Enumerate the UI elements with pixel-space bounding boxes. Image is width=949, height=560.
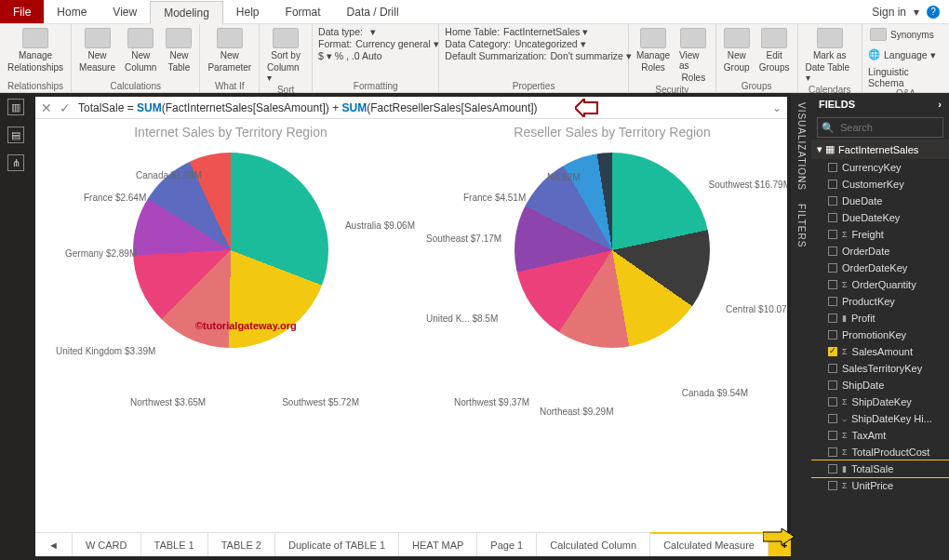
hierarchy-icon: ⌵ — [842, 414, 847, 423]
tab-file[interactable]: File — [0, 0, 44, 23]
help-icon[interactable]: ? — [927, 6, 940, 19]
checkbox-icon[interactable] — [828, 180, 837, 189]
checkbox-icon[interactable] — [828, 364, 837, 373]
table-header[interactable]: ▾ ▦ FactInternetSales — [811, 140, 949, 159]
checkbox-icon[interactable] — [828, 464, 837, 473]
field-duedate[interactable]: DueDate — [811, 193, 949, 209]
collapse-fields-icon[interactable]: › — [938, 99, 942, 110]
field-shipdate[interactable]: ShipDate — [811, 377, 949, 393]
new-parameter-button[interactable]: NewParameter — [206, 26, 253, 74]
page-tab[interactable]: Page 1 — [477, 533, 537, 556]
fields-search-input[interactable] — [838, 121, 939, 134]
field-currencykey[interactable]: CurrencyKey — [811, 159, 949, 176]
cancel-formula-icon[interactable]: ✕ — [41, 100, 52, 115]
field-totalproductcost[interactable]: ΣTotalProductCost — [811, 444, 949, 460]
formula-input[interactable]: TotalSale = SUM(FactInternetSales[SalesA… — [78, 101, 765, 114]
roles-icon — [640, 28, 666, 48]
field-salesterritorykey[interactable]: SalesTerritoryKey — [811, 360, 949, 377]
sigma-icon: Σ — [842, 431, 848, 440]
fields-search[interactable]: 🔍 — [817, 117, 943, 138]
checkbox-icon[interactable] — [828, 247, 837, 256]
table-icon — [166, 28, 192, 48]
checkbox-icon[interactable] — [828, 297, 837, 306]
checkbox-icon[interactable] — [828, 380, 837, 390]
page-tab[interactable]: Duplicate of TABLE 1 — [275, 533, 399, 556]
field-freight[interactable]: ΣFreight — [811, 226, 949, 243]
filters-pane-toggle[interactable]: FILTERS — [796, 204, 807, 247]
page-tab[interactable]: TABLE 1 — [141, 533, 208, 556]
sort-by-column-button[interactable]: Sort byColumn ▾ — [265, 26, 306, 85]
checkbox-icon[interactable] — [828, 196, 837, 206]
format-dropdown[interactable]: Currency general ▾ — [355, 38, 438, 49]
field-productkey[interactable]: ProductKey — [811, 293, 949, 310]
report-canvas[interactable]: Internet Sales by Territory Region Austr… — [35, 119, 787, 532]
new-column-button[interactable]: NewColumn — [123, 26, 158, 74]
field-orderdatekey[interactable]: OrderDateKey — [811, 260, 949, 276]
checkbox-icon[interactable] — [828, 481, 837, 490]
field-promotionkey[interactable]: PromotionKey — [811, 327, 949, 343]
checkbox-icon[interactable] — [828, 163, 837, 172]
group-label: Calculations — [77, 81, 194, 91]
new-table-button[interactable]: NewTable — [164, 26, 194, 74]
chart-reseller-sales[interactable]: Reseller Sales by Territory Region South… — [426, 119, 787, 510]
commit-formula-icon[interactable]: ✓ — [60, 100, 71, 115]
tab-help[interactable]: Help — [223, 0, 273, 23]
checkbox-icon[interactable] — [828, 347, 837, 356]
checkbox-icon[interactable] — [828, 414, 837, 423]
model-view-icon[interactable]: ⋔ — [7, 154, 24, 171]
page-tab[interactable]: Calculated Column — [537, 533, 650, 556]
mark-date-table-button[interactable]: Mark asDate Table ▾ — [804, 26, 856, 85]
summarization-dropdown[interactable]: Don't summarize ▾ — [550, 50, 631, 61]
tab-home[interactable]: Home — [44, 0, 100, 23]
search-icon: 🔍 — [822, 122, 835, 134]
new-measure-button[interactable]: NewMeasure — [77, 26, 117, 74]
tab-format[interactable]: Format — [273, 0, 334, 23]
new-group-button[interactable]: NewGroup — [722, 26, 752, 74]
tab-modeling[interactable]: Modeling — [150, 1, 223, 24]
view-as-roles-button[interactable]: View asRoles — [677, 26, 710, 85]
tab-data-drill[interactable]: Data / Drill — [334, 0, 412, 23]
field-totalsale[interactable]: ▮TotalSale — [811, 460, 949, 477]
field-taxamt[interactable]: ΣTaxAmt — [811, 427, 949, 444]
field-profit[interactable]: ▮Profit — [811, 310, 949, 327]
field-customerkey[interactable]: CustomerKey — [811, 176, 949, 193]
hometable-dropdown[interactable]: FactInternetSales ▾ — [503, 26, 588, 37]
manage-relationships-button[interactable]: ManageRelationships — [6, 26, 65, 74]
page-tab[interactable]: TABLE 2 — [208, 533, 275, 556]
checkbox-icon[interactable] — [828, 330, 837, 340]
field-shipdatekey-hi-[interactable]: ⌵ShipDateKey Hi... — [811, 410, 949, 427]
field-orderquantity[interactable]: ΣOrderQuantity — [811, 276, 949, 293]
edit-groups-button[interactable]: EditGroups — [757, 26, 792, 74]
scroll-left[interactable]: ◄ — [35, 533, 73, 556]
linguistic-schema-button[interactable]: Linguistic Schema — [868, 66, 943, 88]
manage-roles-button[interactable]: ManageRoles — [635, 26, 672, 74]
page-tab[interactable]: W CARD — [73, 533, 141, 556]
checkbox-icon[interactable] — [828, 397, 837, 407]
language-dropdown[interactable]: 🌐 Language ▾ — [868, 48, 936, 60]
visualizations-pane-toggle[interactable]: VISUALIZATIONS — [796, 102, 807, 191]
checkbox-icon[interactable] — [828, 447, 837, 457]
chart-internet-sales[interactable]: Internet Sales by Territory Region Austr… — [37, 119, 424, 510]
field-unitprice[interactable]: ΣUnitPrice — [811, 477, 949, 494]
report-view-icon[interactable]: ▥ — [7, 99, 24, 115]
synonyms-button[interactable]: Synonyms — [868, 26, 936, 43]
field-orderdate[interactable]: OrderDate — [811, 243, 949, 260]
field-duedatekey[interactable]: DueDateKey — [811, 209, 949, 226]
checkbox-icon[interactable] — [828, 280, 837, 289]
field-shipdatekey[interactable]: ΣShipDateKey — [811, 393, 949, 410]
column-icon — [127, 28, 154, 48]
data-view-icon[interactable]: ▤ — [7, 127, 24, 143]
checkbox-icon[interactable] — [828, 313, 837, 323]
checkbox-icon[interactable] — [828, 230, 837, 239]
category-dropdown[interactable]: Uncategorized ▾ — [515, 38, 586, 49]
chevron-down-icon[interactable]: ⌄ — [772, 101, 782, 114]
checkbox-icon[interactable] — [828, 213, 837, 222]
page-tab[interactable]: HEAT MAP — [399, 533, 477, 556]
sign-in[interactable]: Sign in ▾ ? — [862, 0, 949, 23]
tab-view[interactable]: View — [100, 0, 150, 23]
checkbox-icon[interactable] — [828, 431, 837, 440]
page-tab-active[interactable]: Calculated Measure — [650, 532, 769, 556]
checkbox-icon[interactable] — [828, 263, 837, 273]
field-salesamount[interactable]: ΣSalesAmount — [811, 343, 949, 360]
format-options[interactable]: $ ▾ % , .0 Auto — [318, 50, 433, 61]
